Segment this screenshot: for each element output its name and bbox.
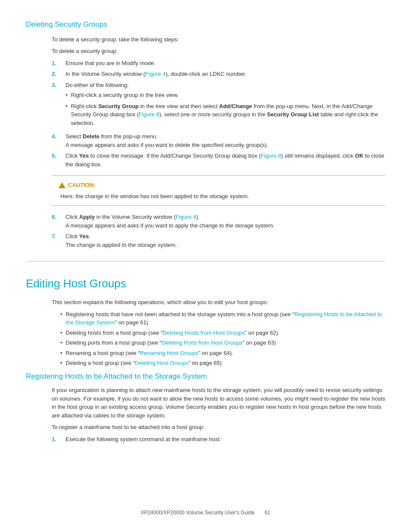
caution-triangle-icon [59,182,65,188]
step-1-content: Ensure that you are in Modify mode. [65,59,385,68]
step-1-num: 1. [52,59,65,68]
step-7-num: 7. [52,232,65,249]
caution-title: CAUTION: [59,181,378,190]
section3-para2: To register a mainframe host to be attac… [52,423,385,432]
figure8-link-1[interactable]: Figure 8 [139,111,159,118]
step-2-content: In the Volume Security window (Figure 4)… [65,70,385,78]
section3-steps: 1. Execute the following system command … [52,435,385,444]
steps-list-continued: 6. Click Apply in the Volume Security wi… [52,213,385,249]
step-6: 6. Click Apply in the Volume Security wi… [52,213,385,230]
bullet-renaming: Renaming a host group (see “Renaming Hos… [52,349,385,358]
link-deleting-groups[interactable]: Deleting Host Groups [135,360,188,366]
caution-box: CAUTION: Here, the change in the window … [52,175,385,206]
section-title-deleting: Deleting Security Groups [26,19,385,30]
bullet-registering: Registering hosts that have not been att… [52,310,385,327]
bullet-registering-text: Registering hosts that have not been att… [66,310,385,327]
steps-list-1: 1. Ensure that you are in Modify mode. 2… [52,59,385,169]
step-3-bullet-1: Right-click a security group in the tree… [65,91,385,100]
step-2: 2. In the Volume Security window (Figure… [52,70,385,78]
footer-text: XP24000/XP20000 Volume Security User's G… [140,510,254,516]
section3-step-1-content: Execute the following system command at … [65,435,385,444]
subsection-title-registering: Registering Hosts to be Attached to the … [26,371,385,382]
step-5: 5. Click Yes to close the message. If th… [52,152,385,168]
section3-step-1-num: 1. [52,435,65,444]
step-4: 4. Select Delete from the pop-up menu. A… [52,132,385,149]
step-3-num: 3. [52,81,65,130]
section3-para1: If your organization is planning to atta… [52,386,385,420]
bullet-deleting-group-text: Deleting a host group (see “Deleting Hos… [66,359,222,367]
step-7-content: Click Yes. The change is applied to the … [65,232,385,249]
step-6-content: Click Apply in the Volume Security windo… [65,213,385,230]
step-3-bullet-2: Right-click Security Group in the tree v… [65,102,385,128]
section-registering-hosts: Registering Hosts to be Attached to the … [26,371,385,444]
section2-intro: This section explains the following oper… [52,298,385,307]
section2-bullets: Registering hosts that have not been att… [52,310,385,367]
step-6-num: 6. [52,213,65,230]
step-2-num: 2. [52,70,65,78]
step-3: 3. Do either of the following: Right-cli… [52,81,385,130]
bullet-deleting-hosts: Deleting hosts from a host group (see “D… [52,329,385,337]
step-4-content: Select Delete from the pop-up menu. A me… [65,132,385,149]
bullet-deleting-hosts-text: Deleting hosts from a host group (see “D… [66,329,278,337]
bullet-deleting-ports: Deleting ports from a host group (see “D… [52,339,385,347]
section-divider [26,261,385,261]
intro-text-2: To delete a security group: [52,47,385,56]
bullet-deleting-group: Deleting a host group (see “Deleting Hos… [52,359,385,367]
chapter-title-editing: Editing Host Groups [26,275,385,292]
caution-label: CAUTION: [68,181,96,190]
step-3-content: Do either of the following: Right-click … [65,81,385,130]
bullet-deleting-ports-text: Deleting ports from a host group (see “D… [66,339,276,347]
link-renaming-groups[interactable]: Renaming Host Groups [140,350,199,356]
step-3-subbullets: Right-click a security group in the tree… [65,91,385,127]
section-editing-host-groups: Editing Host Groups This section explain… [26,275,385,367]
link-deleting-ports[interactable]: Deleting Ports from Host Groups [162,339,243,346]
step-1: 1. Ensure that you are in Modify mode. [52,59,385,68]
page-number: 61 [265,510,270,516]
figure4-link-1[interactable]: Figure 4 [145,71,166,77]
section-deleting-security-groups: Deleting Security Groups To delete a sec… [26,19,385,249]
step-5-num: 5. [52,152,65,168]
page-footer: XP24000/XP20000 Volume Security User's G… [0,509,411,516]
caution-body: Here, the change in the window has not b… [59,192,378,201]
step-7: 7. Click Yes. The change is applied to t… [52,232,385,249]
intro-text-1: To delete a security group, take the fol… [52,35,385,44]
link-deleting-hosts[interactable]: Deleting Hosts from Host Groups [162,330,245,336]
step-5-content: Click Yes to close the message. If the A… [65,152,385,168]
step-4-num: 4. [52,132,65,149]
figure8-link-2[interactable]: Figure 8 [261,152,281,159]
link-registering-hosts[interactable]: Registering Hosts to be Attached to the … [66,311,382,326]
bullet-renaming-text: Renaming a host group (see “Renaming Hos… [66,349,234,358]
figure4-link-2[interactable]: Figure 4 [176,214,196,220]
section3-step-1: 1. Execute the following system command … [52,435,385,444]
